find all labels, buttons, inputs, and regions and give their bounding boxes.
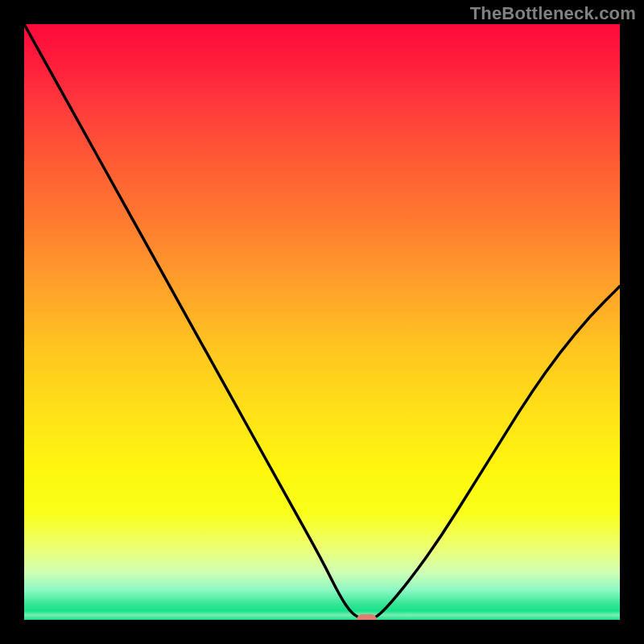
chart-wrapper: TheBottleneck.com [0,0,644,644]
optimal-marker [357,614,378,620]
watermark-text: TheBottleneck.com [470,3,636,24]
bottleneck-curve [24,24,620,620]
plot-area [24,24,620,620]
